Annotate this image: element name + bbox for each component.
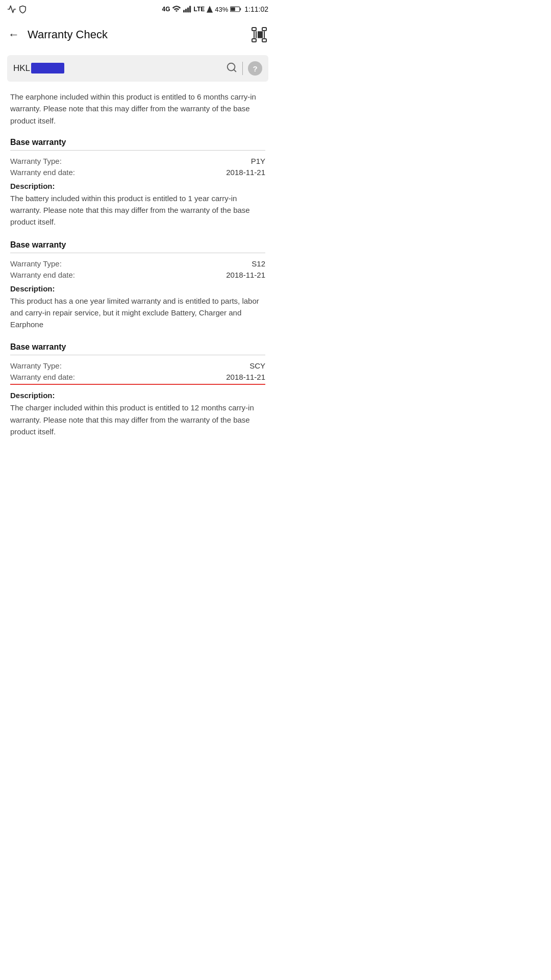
warranty-section-1: Base warranty Warranty Type: P1Y Warrant… [10, 138, 265, 228]
svg-marker-4 [207, 6, 213, 13]
warranty-type-row-1: Warranty Type: P1Y [10, 157, 265, 165]
warranty-type-value-2: S12 [252, 259, 265, 268]
warranty-type-label-3: Warranty Type: [10, 361, 62, 370]
section-title-2: Base warranty [10, 240, 265, 250]
desc-label-1: Description: [10, 182, 265, 190]
section-divider-3 [10, 355, 265, 355]
warranty-date-value-1: 2018-11-21 [226, 168, 265, 177]
section-divider-red-3 [10, 384, 265, 385]
warranty-type-row-2: Warranty Type: S12 [10, 259, 265, 268]
search-icon[interactable] [226, 62, 237, 76]
battery-percent: 43% [215, 6, 228, 13]
svg-rect-0 [183, 10, 185, 13]
status-bar-left-icons [7, 5, 27, 14]
warranty-date-value-2: 2018-11-21 [226, 271, 265, 279]
signal-icon [183, 6, 191, 13]
svg-rect-9 [262, 28, 266, 31]
svg-rect-1 [185, 9, 187, 12]
activity-icon [7, 5, 16, 14]
section-title-3: Base warranty [10, 342, 265, 352]
svg-rect-6 [240, 8, 241, 11]
main-content: The earphone included within this produc… [0, 86, 276, 465]
network-label: 4G [162, 6, 170, 13]
status-bar-right: 4G LTE 43% 1:11:02 [162, 5, 268, 13]
svg-rect-3 [189, 6, 191, 13]
warranty-date-label-2: Warranty end date: [10, 271, 75, 279]
time-label: 1:11:02 [244, 5, 268, 13]
battery-icon [230, 6, 241, 12]
warranty-type-value-3: SCY [249, 361, 265, 370]
warranty-date-row-3: Warranty end date: 2018-11-21 [10, 373, 265, 381]
search-bar: HKL ? [7, 55, 268, 82]
lte-signal-icon [207, 6, 213, 13]
wifi-icon [172, 6, 181, 13]
back-button[interactable]: ← [8, 28, 19, 41]
warranty-type-value-1: P1Y [251, 157, 265, 165]
page-title: Warranty Check [28, 28, 251, 41]
search-bar-divider [242, 62, 243, 75]
warranty-date-row-2: Warranty end date: 2018-11-21 [10, 271, 265, 279]
help-button[interactable]: ? [248, 61, 262, 76]
svg-line-21 [234, 69, 236, 71]
warranty-date-value-3: 2018-11-21 [226, 373, 265, 381]
section-title-1: Base warranty [10, 138, 265, 147]
status-bar: 4G LTE 43% 1:11:02 [0, 0, 276, 18]
desc-text-1: The battery included within this product… [10, 192, 265, 228]
svg-rect-10 [252, 39, 256, 42]
barcode-scanner-icon[interactable] [251, 27, 267, 43]
desc-label-2: Description: [10, 284, 265, 293]
svg-rect-7 [231, 7, 235, 11]
warranty-date-label-1: Warranty end date: [10, 168, 75, 177]
warranty-type-label-2: Warranty Type: [10, 259, 62, 268]
app-bar: ← Warranty Check [0, 18, 276, 51]
search-input-value: HKL [13, 63, 221, 74]
section-divider-2 [10, 253, 265, 253]
warranty-type-label-1: Warranty Type: [10, 157, 62, 165]
shield-icon [18, 5, 27, 14]
warranty-section-2: Base warranty Warranty Type: S12 Warrant… [10, 240, 265, 331]
svg-rect-2 [187, 8, 189, 13]
svg-rect-8 [252, 28, 256, 31]
warranty-date-row-1: Warranty end date: 2018-11-21 [10, 168, 265, 177]
lte-label: LTE [193, 6, 205, 13]
desc-label-3: Description: [10, 391, 265, 400]
intro-text: The earphone included within this produc… [10, 91, 265, 127]
warranty-date-label-3: Warranty end date: [10, 373, 75, 381]
warranty-type-row-3: Warranty Type: SCY [10, 361, 265, 370]
section-divider-1 [10, 150, 265, 151]
desc-text-2: This product has a one year limited warr… [10, 295, 265, 331]
warranty-section-3: Base warranty Warranty Type: SCY Warrant… [10, 342, 265, 437]
svg-rect-11 [262, 39, 266, 42]
desc-text-3: The charger included within this product… [10, 402, 265, 437]
